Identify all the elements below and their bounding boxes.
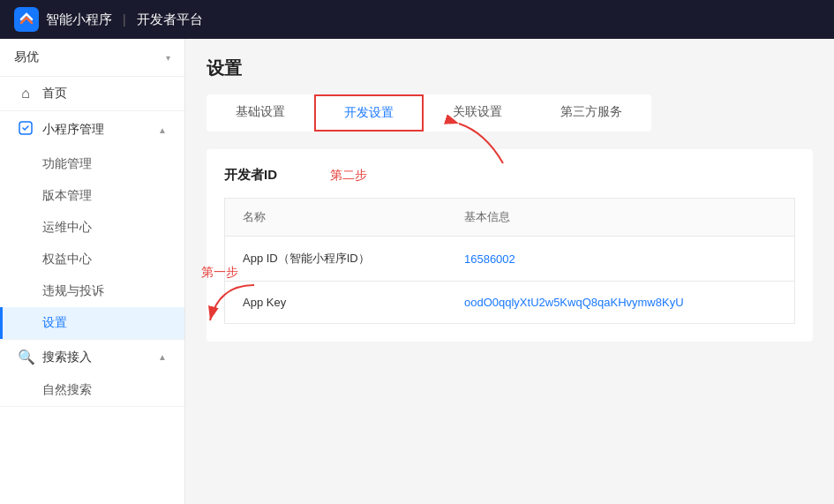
chevron-down-icon: ▾ (166, 53, 170, 63)
sidebar-user-name: 易优 (14, 49, 39, 65)
table-row: App Key oodO0qqlyXtU2w5KwqQ8qaKHvymw8KyU (225, 282, 795, 324)
sidebar-group-mini-program: 小程序管理 ▲ 功能管理 版本管理 运维中心 权益中心 违规与投诉 设置 (0, 111, 184, 340)
sidebar-sub-func[interactable]: 功能管理 (0, 148, 184, 180)
search-chevron: ▲ (158, 352, 167, 362)
sidebar-sub-rights[interactable]: 权益中心 (0, 244, 184, 275)
content-card: 开发者ID 第二步 名称 基本信息 App ID（智能小程序ID） 165860… (207, 149, 813, 342)
sidebar-mini-program-header[interactable]: 小程序管理 ▲ (0, 111, 184, 148)
sidebar-sub-settings[interactable]: 设置 (0, 307, 184, 339)
sidebar: 易优 ▾ ⌂ 首页 小程序管理 ▲ (0, 39, 185, 504)
mini-program-icon (18, 120, 34, 139)
info-table: 名称 基本信息 App ID（智能小程序ID） 16586002 App Key… (224, 198, 795, 324)
tab-dev[interactable]: 开发设置 (314, 94, 424, 132)
tab-basic[interactable]: 基础设置 (207, 94, 314, 132)
sidebar-search-label: 搜索接入 (42, 350, 92, 365)
col-name: 名称 (225, 199, 447, 237)
sidebar-sub-ops[interactable]: 运维中心 (0, 212, 184, 244)
sidebar-user[interactable]: 易优 ▾ (0, 39, 184, 77)
table-row: App ID（智能小程序ID） 16586002 (225, 237, 795, 282)
tab-linked[interactable]: 关联设置 (424, 94, 531, 132)
logo: 智能小程序 | 开发者平台 (14, 7, 203, 32)
sidebar-group-search: 🔍 搜索接入 ▲ 自然搜索 (0, 340, 184, 407)
svg-rect-0 (14, 7, 39, 32)
main-content: 设置 基础设置 开发设置 关联设置 第三方服务 开发者ID 第二步 名称 (185, 39, 834, 504)
search-icon: 🔍 (18, 349, 34, 365)
developer-id-title: 开发者ID (224, 167, 277, 184)
sidebar-mini-program-label: 小程序管理 (42, 122, 104, 138)
step2-label: 第二步 (330, 168, 367, 184)
sidebar-group-home: ⌂ 首页 (0, 77, 184, 111)
mini-program-chevron: ▲ (158, 125, 167, 135)
app-key-label: App Key (225, 282, 447, 324)
app-id-value: 16586002 (447, 237, 795, 282)
tabs: 基础设置 开发设置 关联设置 第三方服务 (207, 94, 651, 132)
app-key-value: oodO0qqlyXtU2w5KwqQ8qaKHvymw8KyU (447, 282, 795, 324)
sidebar-sub-complaint[interactable]: 违规与投诉 (0, 275, 184, 307)
app-id-label: App ID（智能小程序ID） (225, 237, 447, 282)
header-platform-name: 开发者平台 (137, 11, 203, 28)
page-title: 设置 (207, 56, 813, 80)
col-info: 基本信息 (447, 199, 795, 237)
sidebar-item-home[interactable]: ⌂ 首页 (0, 77, 184, 110)
home-icon: ⌂ (18, 86, 34, 102)
sidebar-search-header[interactable]: 🔍 搜索接入 ▲ (0, 340, 184, 374)
tab-third[interactable]: 第三方服务 (531, 94, 651, 132)
section-title: 开发者ID 第二步 (224, 167, 795, 184)
header-app-name: 智能小程序 (46, 11, 112, 28)
sidebar-sub-natural[interactable]: 自然搜索 (0, 374, 184, 406)
sidebar-item-home-label: 首页 (42, 86, 67, 102)
app-header: 智能小程序 | 开发者平台 (0, 0, 834, 39)
header-divider: | (123, 12, 126, 26)
logo-icon (14, 7, 39, 32)
sidebar-sub-version[interactable]: 版本管理 (0, 180, 184, 212)
